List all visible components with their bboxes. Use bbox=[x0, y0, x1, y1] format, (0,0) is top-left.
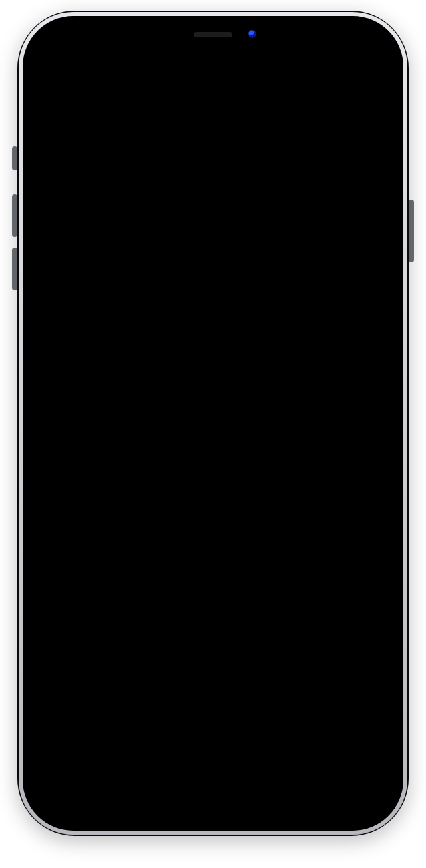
screen: 9:41 bbox=[31, 24, 395, 823]
front-camera bbox=[248, 30, 256, 38]
app-icon: App bbox=[43, 227, 67, 251]
home-indicator[interactable] bbox=[160, 812, 266, 816]
toggle-knob bbox=[345, 230, 365, 250]
section-spacer bbox=[31, 101, 395, 130]
page-title: Tracking bbox=[183, 73, 243, 91]
learn-more-link[interactable]: Learn more… bbox=[110, 193, 176, 204]
allow-apps-toggle[interactable] bbox=[342, 138, 383, 162]
back-button[interactable]: Privacy bbox=[37, 63, 106, 101]
wifi-icon bbox=[337, 42, 351, 53]
app-icon-label: App bbox=[45, 234, 63, 244]
app-name-label: App bbox=[76, 231, 342, 247]
status-indicators bbox=[317, 42, 377, 53]
status-time: 9:41 bbox=[49, 40, 76, 55]
svg-point-0 bbox=[343, 51, 345, 53]
back-label: Privacy bbox=[55, 73, 103, 91]
cellular-icon bbox=[317, 43, 331, 52]
allow-apps-footer: Allow apps to ask to track your activity… bbox=[31, 170, 395, 219]
battery-icon bbox=[357, 43, 377, 52]
stage: 9:41 bbox=[0, 0, 426, 868]
earpiece-speaker bbox=[194, 32, 232, 37]
app-tracking-toggle[interactable] bbox=[342, 227, 383, 251]
toggle-knob bbox=[361, 140, 381, 160]
allow-apps-label: Allow Apps to Request to Track bbox=[43, 142, 342, 158]
footer-text: Allow apps to ask to track your activity… bbox=[43, 178, 367, 204]
device-volume-down bbox=[12, 248, 17, 290]
device-side-button bbox=[409, 200, 414, 262]
device-frame: 9:41 bbox=[17, 11, 409, 836]
allow-apps-to-request-row: Allow Apps to Request to Track bbox=[31, 130, 395, 170]
navbar: Privacy Tracking bbox=[31, 63, 395, 101]
device-volume-up bbox=[12, 194, 17, 237]
device-silent-switch bbox=[12, 146, 17, 170]
app-tracking-row: App App bbox=[31, 219, 395, 259]
chevron-left-icon bbox=[41, 74, 52, 90]
notch bbox=[142, 24, 284, 48]
